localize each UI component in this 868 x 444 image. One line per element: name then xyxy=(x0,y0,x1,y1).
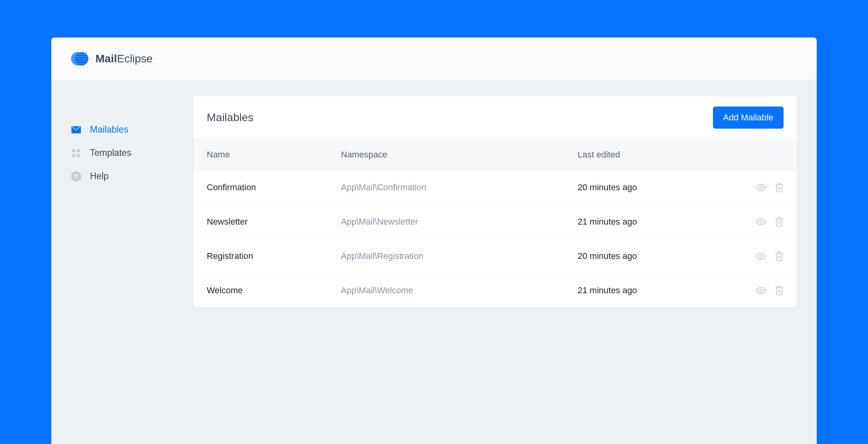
mailables-card: Mailables Add Mailable Name Namespace La… xyxy=(193,96,797,307)
card-header: Mailables Add Mailable xyxy=(193,96,797,139)
grid-icon xyxy=(71,148,81,158)
help-icon: ? xyxy=(71,171,81,182)
mailable-namespace: App\Mail\Newsletter xyxy=(341,217,578,227)
svg-rect-2 xyxy=(77,149,80,152)
row-actions xyxy=(744,251,784,261)
mailable-name: Registration xyxy=(207,251,341,261)
table-row[interactable]: Confirmation App\Mail\Confirmation 20 mi… xyxy=(193,170,797,205)
table-row[interactable]: Newsletter App\Mail\Newsletter 21 minute… xyxy=(193,205,797,239)
svg-rect-1 xyxy=(72,149,75,152)
mailable-name: Welcome xyxy=(207,285,341,296)
svg-point-10 xyxy=(760,221,763,223)
page-title: Mailables xyxy=(207,111,253,124)
row-actions xyxy=(744,217,784,227)
app-window: MailEclipse Mailables xyxy=(51,37,817,444)
trash-icon[interactable] xyxy=(775,286,784,295)
svg-text:?: ? xyxy=(74,173,78,180)
column-header-name: Name xyxy=(207,150,341,160)
mailable-last-edited: 20 minutes ago xyxy=(578,182,744,193)
svg-point-7 xyxy=(760,186,763,189)
sidebar-item-help[interactable]: ? Help xyxy=(71,165,174,188)
envelope-icon xyxy=(71,125,81,135)
svg-point-13 xyxy=(760,255,763,258)
view-icon[interactable] xyxy=(756,285,766,296)
sidebar-item-mailables[interactable]: Mailables xyxy=(71,118,174,141)
view-icon[interactable] xyxy=(756,182,766,193)
content-area: Mailables Add Mailable Name Namespace La… xyxy=(174,96,817,307)
trash-icon[interactable] xyxy=(775,183,784,192)
svg-point-16 xyxy=(760,289,763,292)
svg-rect-3 xyxy=(72,154,75,157)
svg-rect-4 xyxy=(77,154,80,157)
app-header: MailEclipse xyxy=(51,37,817,81)
brand-name-bold: Mail xyxy=(95,52,117,65)
mailable-namespace: App\Mail\Confirmation xyxy=(341,182,578,193)
mailable-namespace: App\Mail\Registration xyxy=(341,251,578,261)
sidebar-item-label: Mailables xyxy=(90,124,128,135)
trash-icon[interactable] xyxy=(775,217,784,227)
row-actions xyxy=(744,285,784,296)
brand-name: MailEclipse xyxy=(95,52,153,65)
table-header: Name Namespace Last edited xyxy=(193,139,797,170)
table-row[interactable]: Welcome App\Mail\Welcome 21 minutes ago xyxy=(193,274,797,307)
sidebar-item-label: Templates xyxy=(90,148,131,158)
mailable-name: Newsletter xyxy=(207,217,341,227)
trash-icon[interactable] xyxy=(775,251,784,261)
mailable-namespace: App\Mail\Welcome xyxy=(341,285,578,296)
logo-icon xyxy=(71,50,88,67)
main-area: Mailables Templates xyxy=(51,81,817,307)
mailable-name: Confirmation xyxy=(207,182,341,193)
view-icon[interactable] xyxy=(756,217,766,227)
column-header-last-edited: Last edited xyxy=(578,150,744,160)
brand-logo[interactable]: MailEclipse xyxy=(71,50,153,67)
mailable-last-edited: 21 minutes ago xyxy=(578,217,744,227)
mailable-last-edited: 20 minutes ago xyxy=(578,251,744,261)
brand-name-regular: Eclipse xyxy=(117,52,152,65)
table-row[interactable]: Registration App\Mail\Registration 20 mi… xyxy=(193,239,797,274)
row-actions xyxy=(744,182,784,193)
sidebar-item-templates[interactable]: Templates xyxy=(71,141,174,165)
sidebar: Mailables Templates xyxy=(51,96,174,307)
add-mailable-button[interactable]: Add Mailable xyxy=(713,107,784,129)
column-header-namespace: Namespace xyxy=(341,150,578,160)
mailable-last-edited: 21 minutes ago xyxy=(578,285,744,296)
view-icon[interactable] xyxy=(756,251,766,261)
sidebar-item-label: Help xyxy=(90,171,108,182)
